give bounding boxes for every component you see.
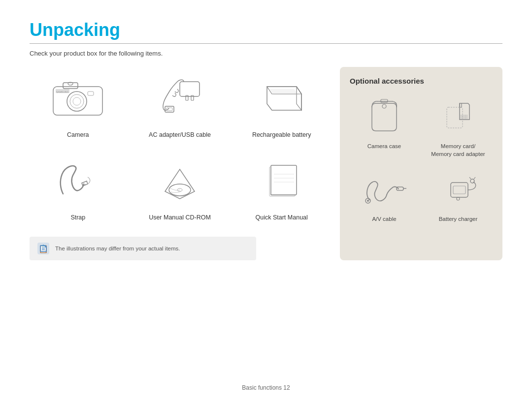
quick-start-image (250, 154, 314, 209)
item-cd-rom: User Manual CD-ROM (132, 150, 229, 227)
optional-title: Optional accessories (350, 77, 493, 85)
item-ac-adapter: AC adapter/USB cable (132, 67, 229, 145)
svg-point-4 (73, 97, 81, 105)
page-container: Unpacking Check your product box for the… (0, 0, 532, 401)
left-section: SAMSUNG Camera (30, 67, 330, 260)
item-strap: Strap (30, 150, 127, 227)
item-camera: SAMSUNG Camera (30, 67, 127, 145)
svg-rect-41 (453, 186, 466, 194)
page-subtitle: Check your product box for the following… (30, 50, 502, 57)
footer-text: Basic functions 12 (242, 384, 290, 391)
note-text: The illustrations may differ from your a… (55, 246, 180, 251)
main-content: SAMSUNG Camera (30, 67, 502, 260)
svg-rect-9 (180, 82, 200, 96)
optional-items-grid: Camera case (350, 95, 493, 223)
note-box: 📋 The illustrations may differ from your… (30, 237, 256, 260)
av-cable-label: A/V cable (372, 215, 396, 223)
opt-battery-charger: Battery charger (424, 168, 493, 223)
svg-rect-1 (63, 83, 78, 89)
note-icon: 📋 (36, 242, 50, 255)
cd-rom-image (148, 154, 212, 209)
camera-label: Camera (67, 131, 89, 140)
svg-rect-35 (447, 107, 463, 128)
item-quick-start: Quick Start Manual (233, 150, 330, 227)
battery-charger-label: Battery charger (439, 215, 478, 223)
camera-image: SAMSUNG (46, 72, 110, 126)
page-title: Unpacking (30, 20, 502, 40)
svg-rect-18 (271, 165, 297, 195)
battery-image (250, 72, 314, 126)
item-battery: Rechargeable battery (233, 67, 330, 145)
opt-camera-case: Camera case (350, 95, 419, 158)
svg-point-42 (457, 197, 460, 200)
battery-charger-image (431, 168, 485, 212)
camera-case-image (357, 95, 411, 139)
svg-line-45 (474, 177, 475, 179)
svg-text:SAMSUNG: SAMSUNG (56, 91, 68, 93)
svg-point-28 (382, 104, 386, 108)
svg-point-3 (70, 94, 84, 108)
ac-adapter-image (148, 72, 212, 126)
svg-rect-5 (88, 92, 94, 95)
opt-av-cable: A/V cable (350, 168, 419, 223)
opt-memory-card: Memory card/ Memory card adapter (424, 95, 493, 158)
av-cable-image (357, 168, 411, 212)
svg-rect-29 (381, 99, 388, 102)
svg-point-37 (367, 200, 369, 202)
strap-image (46, 154, 110, 209)
memory-card-label: Memory card/ Memory card adapter (431, 142, 485, 158)
items-grid: SAMSUNG Camera (30, 67, 330, 227)
battery-label: Rechargeable battery (252, 131, 311, 140)
ac-adapter-label: AC adapter/USB cable (149, 131, 211, 140)
optional-panel: Optional accessories (340, 67, 502, 260)
title-divider (30, 43, 502, 44)
strap-label: Strap (70, 214, 85, 222)
svg-rect-13 (166, 108, 172, 111)
memory-card-image (431, 95, 485, 139)
svg-line-44 (469, 177, 471, 179)
camera-case-label: Camera case (367, 142, 401, 150)
cd-rom-label: User Manual CD-ROM (149, 214, 211, 222)
quick-start-label: Quick Start Manual (256, 214, 308, 222)
svg-point-43 (470, 179, 474, 183)
page-footer: Basic functions 12 (0, 384, 532, 391)
